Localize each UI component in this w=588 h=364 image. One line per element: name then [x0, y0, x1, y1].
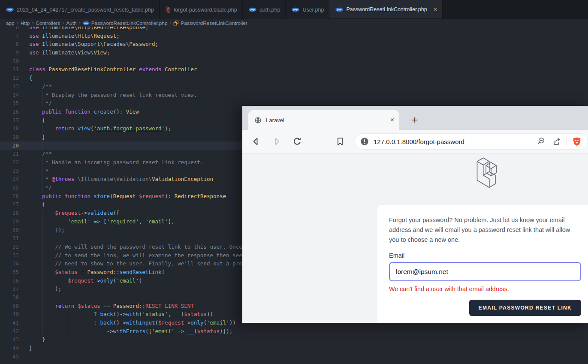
breadcrumb-item-class[interactable]: PasswordResetLinkController: [173, 20, 247, 26]
email-password-reset-link-button[interactable]: EMAIL PASSWORD RESET LINK: [469, 300, 581, 316]
code-text: use Illuminate\View\View;: [29, 48, 110, 57]
bookmark-icon[interactable]: [335, 136, 345, 147]
browser-tab-laravel[interactable]: Laravel ×: [248, 110, 399, 130]
tab-close-icon[interactable]: ×: [434, 6, 437, 13]
editor-tab-user[interactable]: php User.php: [286, 0, 329, 19]
code-text: 'email' => ['required', 'email'],: [29, 217, 175, 226]
browser-tab-close-icon[interactable]: ×: [390, 116, 394, 124]
class-symbol-icon: [173, 20, 179, 26]
line-number: 25: [0, 184, 19, 192]
code-text: * @throws \Illuminate\Validation\Validat…: [29, 175, 213, 184]
email-input[interactable]: [389, 262, 581, 281]
line-number: 9: [0, 48, 19, 57]
line-number: 38: [0, 293, 19, 302]
breadcrumb-item-file[interactable]: php PasswordResetLinkController.php: [83, 20, 168, 26]
php-icon: php: [83, 21, 90, 25]
code-text: use Illuminate\Http\RedirectResponse;: [29, 27, 148, 32]
editor-tab-label: User.php: [302, 7, 324, 13]
code-line[interactable]: 43 }: [0, 335, 588, 344]
editor-tab-label: 2023_04_24_042717_create_password_resets…: [17, 7, 154, 13]
code-line[interactable]: 42 ->withErrors(['email' => __($status)]…: [0, 327, 588, 336]
code-text: $status = Password::sendResetLink(: [29, 268, 165, 277]
breadcrumb-separator: ›: [17, 20, 18, 26]
line-number: 43: [0, 335, 19, 344]
code-text: use Illuminate\Support\Facades\Password;: [29, 40, 158, 48]
breadcrumb-separator: ›: [62, 20, 64, 26]
browser-tab-strip: Laravel × +: [242, 106, 588, 130]
share-icon[interactable]: [552, 137, 561, 146]
line-number: 15: [0, 99, 19, 108]
line-number: 12: [0, 74, 19, 82]
code-text: ]);: [29, 226, 65, 235]
line-number: 29: [0, 217, 19, 226]
php-icon: php: [292, 7, 299, 12]
breadcrumb-separator: ›: [169, 20, 171, 26]
code-line[interactable]: 12{: [0, 74, 588, 82]
editor-tab-forgot-password-blade[interactable]: forgot-password.blade.php: [160, 0, 243, 19]
zoom-out-icon[interactable]: [537, 137, 546, 146]
svg-text:php: php: [7, 8, 12, 11]
editor-tab-password-reset-link-controller[interactable]: php PasswordResetLinkController.php ×: [329, 0, 442, 19]
code-text: return view('auth.forgot-password');: [29, 124, 171, 133]
code-text: /**: [29, 82, 52, 91]
line-number: 32: [0, 243, 19, 251]
code-line[interactable]: 10: [0, 57, 588, 66]
intro-text: Forgot your password? No problem. Just l…: [389, 215, 581, 245]
code-text: }: [29, 335, 45, 344]
code-line[interactable]: 13 /**: [0, 82, 588, 91]
line-number: 42: [0, 327, 19, 336]
indent-guide: [55, 293, 55, 302]
line-number: 34: [0, 259, 19, 268]
code-text: use Illuminate\Http\Request;: [29, 32, 120, 40]
line-number: 26: [0, 192, 19, 201]
site-info-icon[interactable]: [360, 137, 369, 146]
editor-tab-bar: php 2023_04_24_042717_create_password_re…: [0, 0, 588, 19]
line-number: 11: [0, 65, 19, 74]
address-bar[interactable]: 127.0.0.1:8000/forgot-password: [355, 133, 588, 150]
svg-text:php: php: [337, 8, 342, 11]
browser-toolbar: 127.0.0.1:8000/forgot-password: [242, 130, 588, 153]
line-number: 18: [0, 124, 19, 133]
code-line[interactable]: 11class PasswordResetLinkController exte…: [0, 65, 588, 74]
breadcrumb-item-controllers[interactable]: Controllers: [36, 20, 60, 26]
laravel-blade-icon: [166, 6, 171, 13]
url-text: 127.0.0.1:8000/forgot-password: [374, 138, 537, 145]
editor-tab-auth[interactable]: php auth.php: [243, 0, 286, 19]
code-text: return $status == Password::RESET_LINK_S…: [29, 302, 194, 310]
line-number: 33: [0, 251, 19, 260]
code-line[interactable]: 45: [0, 352, 588, 361]
line-number: 28: [0, 209, 19, 217]
line-number: 19: [0, 133, 19, 141]
indent-guide: [42, 234, 42, 243]
line-number: 13: [0, 82, 19, 91]
back-button[interactable]: [251, 136, 261, 147]
breadcrumb-item-auth[interactable]: Auth: [66, 20, 76, 26]
breadcrumb-separator: ›: [32, 20, 33, 26]
code-line[interactable]: 6use Illuminate\Http\RedirectResponse;: [0, 27, 588, 32]
php-icon: php: [249, 7, 256, 12]
code-line[interactable]: 8use Illuminate\Support\Facades\Password…: [0, 40, 588, 48]
brave-shields-icon[interactable]: [572, 137, 582, 146]
editor-tab-label: auth.php: [259, 7, 280, 13]
code-line[interactable]: 7use Illuminate\Http\Request;: [0, 32, 588, 40]
code-text: * Handle an incoming password reset link…: [29, 158, 203, 167]
reload-button[interactable]: [292, 136, 302, 147]
breadcrumb-separator: ›: [79, 20, 81, 26]
breadcrumb-item-app[interactable]: app: [6, 20, 15, 26]
code-text: ? back()->with('status', __($status)): [29, 310, 213, 319]
line-number: 30: [0, 226, 19, 235]
code-line[interactable]: 44}: [0, 344, 588, 352]
forward-button[interactable]: [271, 136, 282, 147]
code-text: : back()->withInput($request->only('emai…: [29, 319, 236, 327]
laravel-logo: [476, 156, 498, 189]
breadcrumb-item-http[interactable]: Http: [21, 20, 30, 26]
code-text: ->withErrors(['email' => __($status)]);: [29, 327, 232, 336]
code-line[interactable]: 14 * Display the password reset link req…: [0, 91, 588, 99]
code-text: *: [29, 167, 48, 175]
new-tab-button[interactable]: +: [407, 111, 422, 128]
code-text: {: [29, 116, 45, 125]
breadcrumb: app › Http › Controllers › Auth › php Pa…: [0, 19, 588, 27]
code-line[interactable]: 9use Illuminate\View\View;: [0, 48, 588, 57]
editor-tab-create-password-resets-table[interactable]: php 2023_04_24_042717_create_password_re…: [0, 0, 160, 19]
code-text: */: [29, 99, 52, 108]
